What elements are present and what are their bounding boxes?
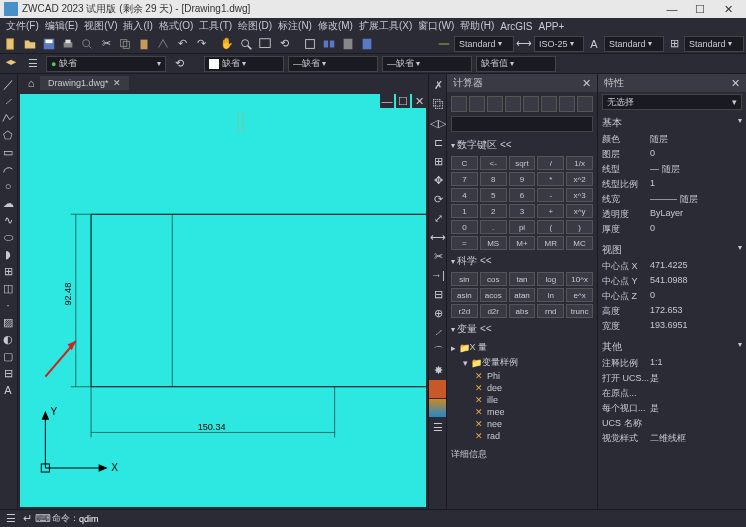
calc-key[interactable]: 2: [480, 204, 507, 218]
cmd-icon-1[interactable]: ☰: [4, 512, 18, 526]
menu-item[interactable]: 格式(O): [157, 19, 195, 33]
calc-tb-4[interactable]: [505, 96, 521, 112]
prop-row[interactable]: 视觉样式二维线框: [602, 431, 742, 446]
table-icon[interactable]: ⊟: [0, 365, 16, 381]
new-icon[interactable]: [2, 35, 20, 53]
calc-key[interactable]: 4: [451, 188, 478, 202]
calc-sci-key[interactable]: log: [537, 272, 564, 286]
calc-sci-key[interactable]: trunc: [566, 304, 593, 318]
canvas-max-icon[interactable]: ☐: [396, 94, 410, 108]
redo-icon[interactable]: ↷: [192, 35, 210, 53]
calc-key[interactable]: ): [566, 220, 593, 234]
calc-key[interactable]: M+: [509, 236, 536, 250]
calc-tb-5[interactable]: [523, 96, 539, 112]
maximize-button[interactable]: ☐: [686, 3, 714, 16]
prop-row[interactable]: 线宽——— 随层: [602, 192, 742, 207]
chamfer-icon[interactable]: ⟋: [429, 323, 447, 341]
tool-palette-icon[interactable]: [339, 35, 357, 53]
calc-sci-key[interactable]: rnd: [537, 304, 564, 318]
calc-section-sci[interactable]: 科学 <<: [451, 254, 593, 268]
close-button[interactable]: ✕: [714, 3, 742, 16]
fillet-icon[interactable]: ⌒: [429, 342, 447, 360]
prop-row[interactable]: 厚度0: [602, 222, 742, 237]
vars-sample-folder[interactable]: ▾ 📁 变量样例: [451, 355, 593, 370]
prop-row[interactable]: UCS 名称: [602, 416, 742, 431]
calc-key[interactable]: 1/x: [566, 156, 593, 170]
style-combo-3[interactable]: Standard▾: [684, 36, 744, 52]
extend-icon[interactable]: →|: [429, 266, 447, 284]
prop-row[interactable]: 线型— 随层: [602, 162, 742, 177]
line-icon[interactable]: ／: [0, 76, 16, 92]
calc-display[interactable]: [451, 116, 593, 132]
polygon-icon[interactable]: ⬠: [0, 127, 16, 143]
calc-sci-key[interactable]: tan: [509, 272, 536, 286]
xline-icon[interactable]: ⟋: [0, 93, 16, 109]
rotate-icon[interactable]: ⟳: [429, 190, 447, 208]
home-tab-icon[interactable]: ⌂: [22, 74, 40, 92]
prop-row[interactable]: 颜色随层: [602, 132, 742, 147]
props-close-icon[interactable]: ✕: [731, 77, 740, 90]
move-icon[interactable]: ✥: [429, 171, 447, 189]
trim-icon[interactable]: ✂: [429, 247, 447, 265]
prop-row[interactable]: 在原点...: [602, 386, 742, 401]
menu-item[interactable]: 帮助(H): [458, 19, 496, 33]
array-icon[interactable]: ⊞: [429, 152, 447, 170]
calc-tb-7[interactable]: [559, 96, 575, 112]
var-item[interactable]: ✕ille: [451, 394, 593, 406]
calc-sci-key[interactable]: asin: [451, 288, 478, 302]
gradient-icon[interactable]: ◐: [0, 331, 16, 347]
menu-item[interactable]: ArcGIS: [498, 21, 534, 32]
cmd-icon-3[interactable]: ⌨: [36, 512, 50, 526]
calc-sci-key[interactable]: d2r: [480, 304, 507, 318]
menu-item[interactable]: 视图(V): [82, 19, 119, 33]
style-combo-1[interactable]: ISO-25▾: [534, 36, 584, 52]
calc-key[interactable]: sqrt: [509, 156, 536, 170]
calc-tb-8[interactable]: [577, 96, 593, 112]
block-icon[interactable]: ◫: [0, 280, 16, 296]
lineweight-combo[interactable]: — 缺省▾: [382, 56, 472, 72]
cmd-icon-2[interactable]: ↵: [20, 512, 34, 526]
calc-key[interactable]: MR: [537, 236, 564, 250]
calc-key[interactable]: .: [480, 220, 507, 234]
prop-group-header[interactable]: 基本▾: [602, 116, 742, 130]
calc-key[interactable]: <-: [480, 156, 507, 170]
calc-sci-key[interactable]: cos: [480, 272, 507, 286]
drawing-canvas[interactable]: 92.48 150.34: [20, 94, 426, 507]
calc-key[interactable]: 9: [509, 172, 536, 186]
calc-sci-key[interactable]: sin: [451, 272, 478, 286]
break-icon[interactable]: ⊟: [429, 285, 447, 303]
layer-prev-icon[interactable]: ⟲: [170, 55, 188, 73]
calc-icon[interactable]: [358, 35, 376, 53]
offset-icon[interactable]: ⊏: [429, 133, 447, 151]
calc-sci-key[interactable]: atan: [509, 288, 536, 302]
print-icon[interactable]: [59, 35, 77, 53]
var-item[interactable]: ✕dee: [451, 382, 593, 394]
style-combo-0[interactable]: Standard▾: [454, 36, 514, 52]
calc-key[interactable]: x^2: [566, 172, 593, 186]
prop-row[interactable]: 透明度ByLayer: [602, 207, 742, 222]
command-line[interactable]: ☰ ↵ ⌨ 命令： qdim: [0, 509, 746, 527]
calc-key[interactable]: 5: [480, 188, 507, 202]
pan-icon[interactable]: ✋: [218, 35, 236, 53]
layer-tool-icon[interactable]: ☰: [429, 418, 447, 436]
zoom-prev-icon[interactable]: ⟲: [275, 35, 293, 53]
var-item[interactable]: ✕nee: [451, 418, 593, 430]
var-item[interactable]: ✕rad: [451, 430, 593, 442]
cut-icon[interactable]: ✂: [97, 35, 115, 53]
prop-row[interactable]: 中心点 Z0: [602, 289, 742, 304]
join-icon[interactable]: ⊕: [429, 304, 447, 322]
calc-key[interactable]: C: [451, 156, 478, 170]
menu-item[interactable]: 工具(T): [197, 19, 234, 33]
ellipse-icon[interactable]: ⬭: [0, 229, 16, 245]
calc-key[interactable]: (: [537, 220, 564, 234]
circle-icon[interactable]: ○: [0, 178, 16, 194]
calc-key[interactable]: *: [537, 172, 564, 186]
explode-icon[interactable]: ✸: [429, 361, 447, 379]
properties-icon[interactable]: [301, 35, 319, 53]
dim-icon[interactable]: ⟷: [515, 35, 533, 53]
calc-key[interactable]: 0: [451, 220, 478, 234]
menu-item[interactable]: 插入(I): [121, 19, 154, 33]
text-icon[interactable]: A: [0, 382, 16, 398]
calc-key[interactable]: 6: [509, 188, 536, 202]
prop-group-header[interactable]: 视图▾: [602, 243, 742, 257]
